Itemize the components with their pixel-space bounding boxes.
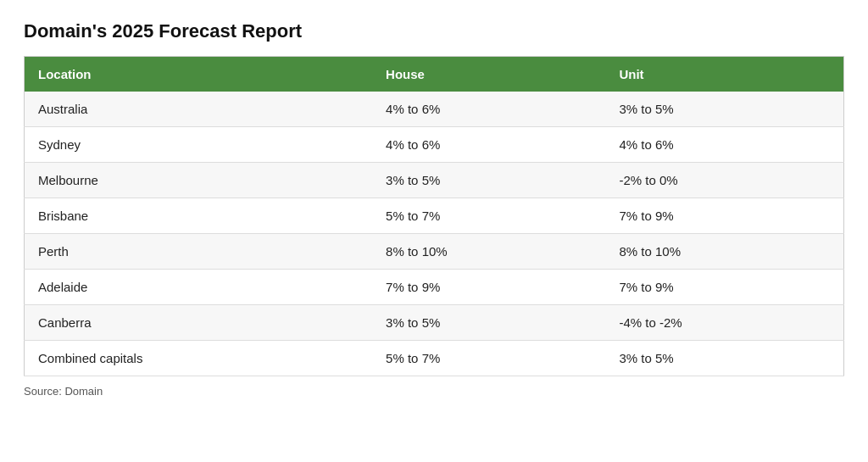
table-cell-unit: -2% to 0% — [605, 163, 843, 198]
table-row: Sydney4% to 6%4% to 6% — [25, 127, 844, 163]
table-cell-unit: 3% to 5% — [605, 92, 843, 127]
col-header-location: Location — [25, 57, 373, 92]
table-cell-location: Combined capitals — [25, 341, 373, 376]
table-cell-unit: 7% to 9% — [605, 198, 843, 234]
table-cell-house: 7% to 9% — [372, 270, 605, 305]
table-cell-unit: -4% to -2% — [605, 305, 843, 341]
table-cell-house: 3% to 5% — [372, 305, 605, 341]
table-cell-unit: 3% to 5% — [605, 341, 843, 376]
table-row: Perth8% to 10%8% to 10% — [25, 234, 844, 270]
table-cell-unit: 7% to 9% — [605, 270, 843, 305]
table-header: Location House Unit — [25, 57, 844, 92]
table-cell-house: 4% to 6% — [372, 92, 605, 127]
table-cell-house: 3% to 5% — [372, 163, 605, 198]
table-cell-house: 4% to 6% — [372, 127, 605, 163]
table-row: Melbourne3% to 5%-2% to 0% — [25, 163, 844, 198]
table-cell-unit: 8% to 10% — [605, 234, 843, 270]
table-body: Australia4% to 6%3% to 5%Sydney4% to 6%4… — [25, 92, 844, 376]
table-cell-location: Sydney — [25, 127, 373, 163]
table-cell-location: Brisbane — [25, 198, 373, 234]
col-header-unit: Unit — [605, 57, 843, 92]
report-title: Domain's 2025 Forecast Report — [24, 20, 844, 42]
table-cell-location: Perth — [25, 234, 373, 270]
table-row: Adelaide7% to 9%7% to 9% — [25, 270, 844, 305]
table-cell-house: 5% to 7% — [372, 198, 605, 234]
table-row: Combined capitals5% to 7%3% to 5% — [25, 341, 844, 376]
table-cell-location: Melbourne — [25, 163, 373, 198]
table-row: Brisbane5% to 7%7% to 9% — [25, 198, 844, 234]
table-cell-house: 5% to 7% — [372, 341, 605, 376]
table-cell-unit: 4% to 6% — [605, 127, 843, 163]
table-row: Australia4% to 6%3% to 5% — [25, 92, 844, 127]
table-cell-location: Adelaide — [25, 270, 373, 305]
header-row: Location House Unit — [25, 57, 844, 92]
forecast-table: Location House Unit Australia4% to 6%3% … — [24, 56, 844, 376]
table-cell-house: 8% to 10% — [372, 234, 605, 270]
table-cell-location: Australia — [25, 92, 373, 127]
table-cell-location: Canberra — [25, 305, 373, 341]
table-row: Canberra3% to 5%-4% to -2% — [25, 305, 844, 341]
col-header-house: House — [372, 57, 605, 92]
source-text: Source: Domain — [24, 385, 844, 398]
